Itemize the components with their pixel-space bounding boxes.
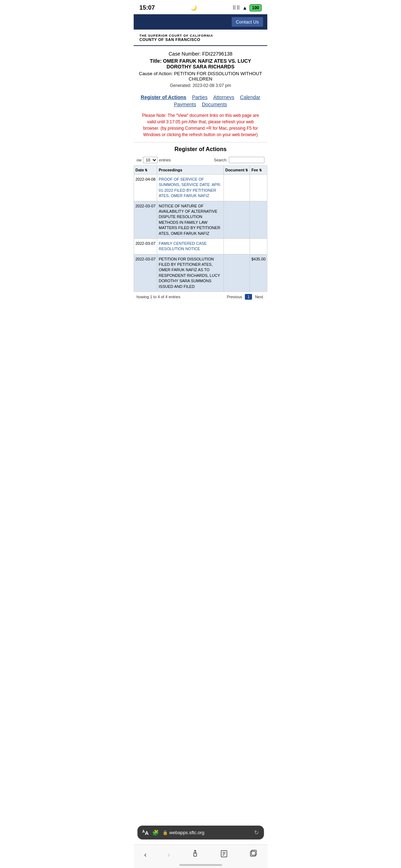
row-date-1: 2022-04-08 bbox=[134, 175, 157, 201]
warning-message: Please Note: The "View" document links o… bbox=[134, 109, 267, 142]
register-section-title: Register of Actions bbox=[134, 142, 267, 155]
status-bar: 15:07 🌙 ⠿⠿ ▲ 100 bbox=[134, 0, 267, 14]
row-document-1 bbox=[223, 175, 250, 201]
search-input[interactable] bbox=[229, 157, 264, 163]
row-date-4: 2022-03-07 bbox=[134, 254, 157, 291]
next-button[interactable]: Next bbox=[253, 294, 264, 300]
table-controls: ow 10 25 50 entries Search: bbox=[134, 155, 267, 165]
row-date-2: 2022-03-07 bbox=[134, 201, 157, 238]
tab-documents[interactable]: Documents bbox=[202, 102, 227, 107]
row-fee-4: $435.00 bbox=[250, 254, 267, 291]
entries-label: entries bbox=[159, 158, 171, 162]
row-date-3: 2022-03-07 bbox=[134, 238, 157, 254]
case-generated: Generated: 2023-02-08 3:07 pm bbox=[138, 83, 263, 88]
case-cause: Cause of Action: PETITION FOR DISSOLUTIO… bbox=[138, 71, 263, 82]
row-proceedings-4: PETITION FOR DISSOLUTION FILED BY PETITI… bbox=[157, 254, 224, 291]
status-time: 15:07 bbox=[139, 4, 155, 11]
col-fee[interactable]: Fee bbox=[250, 166, 267, 175]
row-proceedings-3: FAMILY CENTERED CASE RESOLUTION NOTICE bbox=[157, 238, 224, 254]
row-fee-3 bbox=[250, 238, 267, 254]
show-label: ow bbox=[137, 158, 142, 162]
row-fee-2 bbox=[250, 201, 267, 238]
nav-tabs: Register of Actions Parties Attorneys Ca… bbox=[134, 91, 267, 109]
court-name-bottom: COUNTY OF SAN FRANCISCO bbox=[139, 37, 262, 42]
grid-icon: ⠿⠿ bbox=[232, 5, 240, 11]
case-info: Case Number: FDI22796138 Title: OMER FAR… bbox=[134, 46, 267, 91]
table-row: 2022-03-07 PETITION FOR DISSOLUTION FILE… bbox=[134, 254, 267, 291]
tab-calendar[interactable]: Calendar bbox=[240, 94, 260, 100]
tab-attorneys[interactable]: Attorneys bbox=[213, 94, 234, 100]
entries-showing: howing 1 to 4 of 4 entries bbox=[137, 295, 180, 299]
previous-button[interactable]: Previous bbox=[225, 294, 243, 300]
entries-select[interactable]: 10 25 50 bbox=[143, 157, 158, 163]
current-page[interactable]: 1 bbox=[245, 294, 252, 300]
court-header: THE SUPERIOR COURT OF CALIFORNIA COUNTY … bbox=[134, 30, 267, 46]
row-document-2 bbox=[223, 201, 250, 238]
court-name-top: THE SUPERIOR COURT OF CALIFORNIA bbox=[139, 34, 262, 37]
row-fee-1 bbox=[250, 175, 267, 201]
search-label: Search: bbox=[214, 158, 227, 162]
tab-parties[interactable]: Parties bbox=[192, 94, 208, 100]
case-title: Title: OMER FARUK NAFIZ ATES VS. LUCY DO… bbox=[138, 58, 263, 69]
table-row: 2022-03-07 NOTICE OF NATURE OF AVAILABIL… bbox=[134, 201, 267, 238]
table-row: 2022-03-07 FAMILY CENTERED CASE RESOLUTI… bbox=[134, 238, 267, 254]
top-nav-bar: Contact Us bbox=[134, 14, 267, 30]
show-entries: ow 10 25 50 entries bbox=[137, 157, 171, 163]
proceedings-link-1[interactable]: PROOF OF SERVICE OF SUMMONS, SERVICE DAT… bbox=[159, 177, 221, 198]
search-area: Search: bbox=[214, 157, 264, 163]
battery-indicator: 100 bbox=[250, 4, 262, 11]
row-document-3 bbox=[223, 238, 250, 254]
row-document-4 bbox=[223, 254, 250, 291]
actions-table: Date Proceedings Document Fee 2022-04-08… bbox=[134, 165, 267, 292]
tab-payments[interactable]: Payments bbox=[174, 102, 196, 107]
table-footer: howing 1 to 4 of 4 entries Previous 1 Ne… bbox=[134, 292, 267, 302]
pagination: Previous 1 Next bbox=[225, 294, 264, 300]
moon-icon: 🌙 bbox=[191, 5, 197, 11]
proceedings-link-3[interactable]: FAMILY CENTERED CASE RESOLUTION NOTICE bbox=[159, 241, 207, 251]
col-proceedings: Proceedings bbox=[157, 166, 224, 175]
wifi-icon: ▲ bbox=[242, 5, 247, 11]
case-number: Case Number: FDI22796138 bbox=[138, 51, 263, 57]
status-icons: ⠿⠿ ▲ 100 bbox=[232, 4, 262, 11]
row-proceedings-1: PROOF OF SERVICE OF SUMMONS, SERVICE DAT… bbox=[157, 175, 224, 201]
table-row: 2022-04-08 PROOF OF SERVICE OF SUMMONS, … bbox=[134, 175, 267, 201]
contact-us-button[interactable]: Contact Us bbox=[232, 17, 263, 27]
col-document[interactable]: Document bbox=[223, 166, 250, 175]
col-date[interactable]: Date bbox=[134, 166, 157, 175]
tab-register-of-actions[interactable]: Register of Actions bbox=[141, 94, 186, 100]
row-proceedings-2: NOTICE OF NATURE OF AVAILABILITY OF ALTE… bbox=[157, 201, 224, 238]
